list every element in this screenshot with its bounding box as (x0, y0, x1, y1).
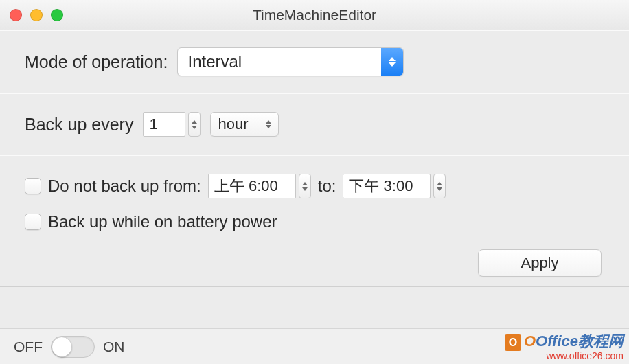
toggle-on-label: ON (103, 339, 125, 355)
exclude-label: Do not back up from: (48, 177, 201, 196)
close-icon[interactable] (10, 9, 22, 21)
titlebar: TimeMachineEditor (0, 0, 629, 30)
toggle-off-label: OFF (14, 339, 43, 355)
mode-label: Mode of operation: (25, 52, 168, 72)
exclude-from-stepper[interactable] (299, 174, 311, 198)
interval-stepper[interactable] (188, 112, 201, 137)
minimize-icon[interactable] (30, 9, 43, 21)
battery-label: Back up while on battery power (48, 212, 277, 231)
footer: OFF ON (0, 328, 629, 364)
chevron-down-icon (302, 187, 308, 191)
zoom-icon[interactable] (51, 9, 63, 21)
chevron-up-icon (192, 120, 197, 124)
exclude-to-input[interactable]: 下午 3:00 (343, 174, 431, 198)
interval-unit-value: hour (211, 115, 263, 133)
interval-unit-select[interactable]: hour (210, 112, 279, 137)
interval-label: Back up every (25, 115, 133, 135)
interval-section: Back up every 1 hour (0, 93, 629, 155)
chevron-down-icon (192, 126, 197, 129)
exclude-range-checkbox[interactable] (25, 178, 41, 194)
battery-checkbox[interactable] (25, 214, 41, 230)
apply-button[interactable]: Apply (478, 249, 602, 277)
interval-value-input[interactable]: 1 (143, 112, 185, 137)
toggle-knob-icon (52, 337, 72, 357)
chevron-updown-icon (381, 48, 403, 76)
chevron-up-icon (302, 182, 308, 185)
chevron-up-icon (437, 182, 442, 185)
chevron-down-icon (437, 187, 442, 191)
mode-select-value: Interval (178, 52, 381, 71)
mode-section: Mode of operation: Interval (0, 30, 629, 93)
options-section: Do not back up from: 上午 6:00 to: 下午 3:00… (0, 155, 629, 287)
exclude-to-label: to: (318, 177, 336, 196)
enable-toggle[interactable] (51, 336, 95, 358)
exclude-from-input[interactable]: 上午 6:00 (208, 174, 296, 198)
mode-select[interactable]: Interval (177, 47, 404, 76)
window-title: TimeMachineEditor (0, 7, 629, 23)
exclude-to-stepper[interactable] (433, 174, 446, 198)
traffic-lights (10, 9, 63, 21)
chevron-updown-icon (263, 120, 278, 128)
